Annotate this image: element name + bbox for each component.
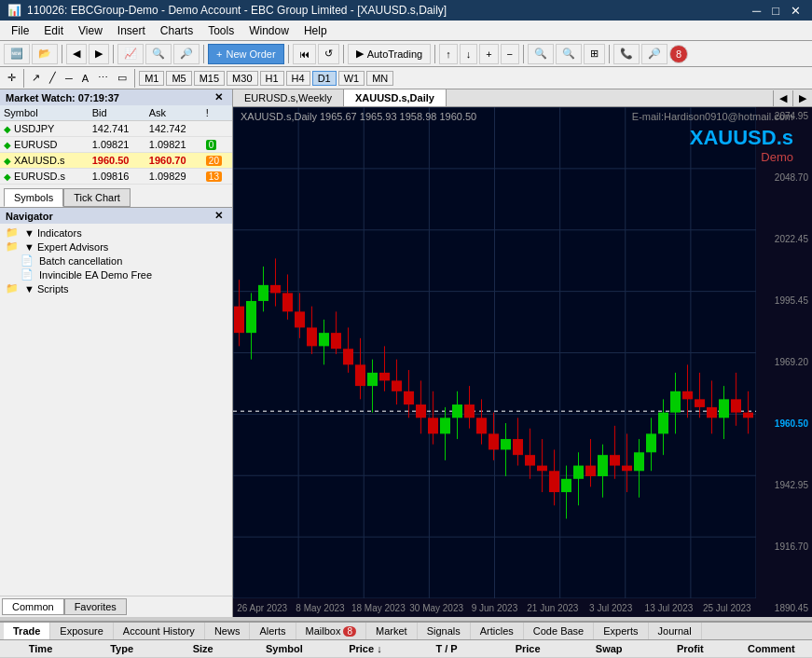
chart-symbol-timeframe: XAUUSD.s,Daily — [241, 111, 317, 122]
menu-edit[interactable]: Edit — [36, 22, 71, 39]
toolbar-new-btn[interactable]: 🆕 — [4, 44, 30, 64]
navigator-close[interactable]: ✕ — [211, 210, 227, 222]
term-tab-codebase[interactable]: Code Base — [524, 623, 594, 639]
term-tab-market[interactable]: Market — [366, 623, 418, 639]
term-tab-account-history[interactable]: Account History — [114, 623, 205, 639]
nav-tree-item-0[interactable]: 📁▼ Indicators — [2, 226, 230, 240]
line-btn[interactable]: ╱ — [46, 71, 60, 85]
maximize-button[interactable]: □ — [768, 4, 783, 18]
chart-nav: ◀ ▶ — [773, 90, 812, 106]
market-watch-row[interactable]: ◆ EURUSD 1.09821 1.09821 0 — [0, 137, 232, 153]
toolbar-fwd-btn[interactable]: ▶ — [89, 44, 109, 64]
close-button[interactable]: ✕ — [787, 4, 805, 18]
chart-tab-xauusd-daily[interactable]: XAUUSD.s,Daily — [344, 89, 447, 106]
app-icon: 📊 — [7, 4, 21, 17]
toolbar-search-btn[interactable]: 🔎 — [641, 44, 667, 64]
hline-btn[interactable]: ─ — [62, 72, 76, 85]
tf-w1[interactable]: W1 — [338, 71, 365, 86]
toolbar-account-btn[interactable]: 8 — [669, 45, 688, 63]
tf-d1[interactable]: D1 — [312, 71, 337, 86]
menu-help[interactable]: Help — [296, 22, 335, 39]
minimize-button[interactable]: ─ — [749, 4, 764, 18]
toolbar-back-btn[interactable]: ◀ — [66, 44, 87, 64]
nav-item-label-0: ▼ Indicators — [24, 227, 82, 239]
nav-tree-item-4[interactable]: 📁▼ Scripts — [2, 281, 230, 295]
price-1916: 1916.70 — [760, 541, 808, 552]
price-1890: 1890.45 — [760, 603, 808, 613]
tf-m1[interactable]: M1 — [139, 71, 164, 86]
tf-h1[interactable]: H1 — [260, 71, 284, 86]
term-tab-trade[interactable]: Trade — [4, 623, 50, 639]
chart-email-text: E-mail:Hardison0910@hotmail.com — [632, 111, 793, 122]
term-tab-signals[interactable]: Signals — [418, 623, 471, 639]
menu-file[interactable]: File — [4, 22, 36, 39]
toolbar-phone-btn[interactable]: 📞 — [613, 44, 640, 64]
new-order-button[interactable]: + New Order — [208, 44, 284, 64]
nav-tab-common[interactable]: Common — [2, 598, 64, 615]
menu-insert[interactable]: Insert — [110, 22, 153, 39]
menu-window[interactable]: Window — [241, 22, 296, 39]
toolbar-sep4 — [288, 45, 289, 63]
menu-charts[interactable]: Charts — [153, 22, 200, 39]
nav-tree-item-2[interactable]: 📄Batch cancellation — [2, 254, 230, 267]
mw-icon-3: ◆ — [4, 171, 11, 182]
toolbar-sell-btn[interactable]: ↓ — [460, 44, 478, 64]
nav-item-icon-4: 📁 — [6, 282, 19, 295]
mw-ask-1: 1.09821 — [145, 137, 202, 153]
tb2-sep1 — [23, 69, 24, 88]
toolbar-open-btn[interactable]: 📂 — [32, 44, 58, 64]
menu-view[interactable]: View — [71, 22, 110, 39]
toolbar-zoomout-btn[interactable]: 🔍 — [556, 44, 582, 64]
term-tab-experts[interactable]: Experts — [594, 623, 648, 639]
tab-tick-chart[interactable]: Tick Chart — [63, 188, 131, 207]
toolbar-refresh-btn[interactable]: ↺ — [318, 44, 339, 64]
toolbar-sep8 — [609, 45, 610, 63]
term-tab-articles[interactable]: Articles — [471, 623, 524, 639]
tf-h4[interactable]: H4 — [286, 71, 310, 86]
chart-nav-prev[interactable]: ◀ — [773, 90, 792, 106]
market-watch-row[interactable]: ◆ EURUSD.s 1.09816 1.09829 13 — [0, 169, 232, 185]
term-tab-journal[interactable]: Journal — [649, 623, 702, 639]
chart-nav-next[interactable]: ▶ — [792, 90, 812, 106]
tf-m30[interactable]: M30 — [227, 71, 257, 86]
chart-tab-eurusd-weekly[interactable]: EURUSD.s,Weekly — [233, 89, 344, 106]
autotrading-button[interactable]: ▶ AutoTrading — [348, 44, 432, 64]
toolbar-chart-btn[interactable]: 📈 — [117, 44, 144, 64]
crosshair-btn[interactable]: ✛ — [4, 71, 20, 85]
toolbar-buy-btn[interactable]: ↑ — [439, 44, 458, 64]
toolbar-grid-btn[interactable]: ⊞ — [584, 44, 605, 64]
mw-symbol-1: ◆ EURUSD — [0, 137, 89, 153]
nav-tab-favorites[interactable]: Favorites — [64, 598, 127, 615]
rect-btn[interactable]: ▭ — [114, 71, 131, 85]
title-controls[interactable]: ─ □ ✕ — [749, 4, 805, 18]
nav-tree-item-1[interactable]: 📁▼ Expert Advisors — [2, 240, 230, 254]
tf-mn[interactable]: MN — [366, 71, 393, 86]
market-watch-row[interactable]: ◆ USDJPY 142.741 142.742 — [0, 121, 232, 137]
tab-symbols[interactable]: Symbols — [4, 188, 63, 207]
mw-badge-2: 20 — [202, 153, 232, 169]
toolbar-minus-btn[interactable]: − — [501, 44, 519, 64]
toolbar-zoom-out-btn[interactable]: 🔎 — [173, 44, 200, 64]
tf-m15[interactable]: M15 — [194, 71, 225, 86]
toolbar-history-btn[interactable]: ⏮ — [293, 44, 316, 64]
term-tab-news[interactable]: News — [205, 623, 251, 639]
nav-item-label-3: Invincible EA Demo Free — [39, 269, 152, 281]
mw-icon-0: ◆ — [4, 124, 11, 134]
autotrading-icon: ▶ — [356, 48, 364, 60]
text-btn[interactable]: A — [78, 72, 92, 85]
arrow-btn[interactable]: ↗ — [28, 71, 44, 85]
fib-btn[interactable]: ⋯ — [94, 71, 112, 85]
nav-tree-item-3[interactable]: 📄Invincible EA Demo Free — [2, 267, 230, 281]
toolbar-zoom-in-btn[interactable]: 🔍 — [145, 44, 172, 64]
tf-m5[interactable]: M5 — [166, 71, 191, 86]
market-watch-close[interactable]: ✕ — [211, 91, 227, 103]
market-watch-row[interactable]: ◆ XAUUSD.s 1960.50 1960.70 20 — [0, 153, 232, 169]
toolbar-plus-btn[interactable]: + — [479, 44, 498, 64]
term-tab-mailbox[interactable]: Mailbox 8 — [296, 623, 367, 639]
chart-canvas[interactable]: XAUUSD.s,Daily 1965.67 1965.93 1958.98 1… — [233, 107, 812, 617]
term-tab-alerts[interactable]: Alerts — [250, 623, 296, 639]
menu-tools[interactable]: Tools — [200, 22, 241, 39]
term-tab-exposure[interactable]: Exposure — [50, 623, 113, 639]
toolbar-zoom-btn[interactable]: 🔍 — [528, 44, 554, 64]
mw-bid-2: 1960.50 — [89, 153, 145, 169]
